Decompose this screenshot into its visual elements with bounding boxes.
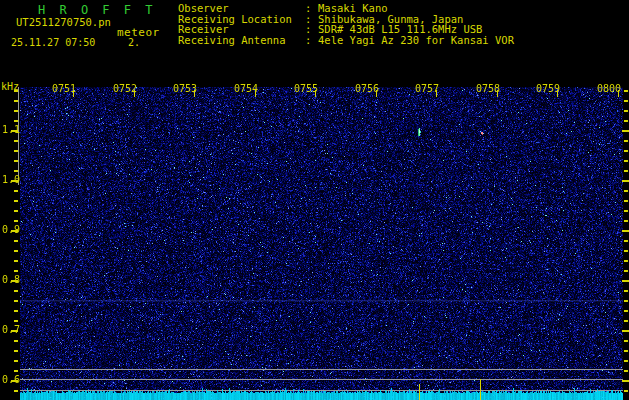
y-axis-minor-tick-left xyxy=(14,320,18,322)
y-axis-minor-tick-right xyxy=(624,260,628,262)
y-axis-minor-tick-left xyxy=(14,200,18,202)
info-label: Receiving Antenna xyxy=(178,35,305,46)
x-axis-tick-label: 0757 xyxy=(415,83,443,94)
y-axis-minor-tick-left xyxy=(14,140,18,142)
y-axis-minor-tick-left xyxy=(14,100,18,102)
y-axis-minor-tick-left xyxy=(14,150,18,152)
y-axis-minor-tick-left xyxy=(14,90,18,92)
y-axis-minor-tick-left xyxy=(14,370,18,372)
x-axis-tick-label: 0751 xyxy=(52,83,80,94)
y-axis-minor-tick-left xyxy=(14,120,18,122)
y-axis-minor-tick-right xyxy=(624,360,628,362)
status-counter: 2. xyxy=(128,37,140,48)
y-axis-minor-tick-left xyxy=(14,220,18,222)
x-axis-tick-label: 0759 xyxy=(536,83,564,94)
y-axis-minor-tick-right xyxy=(624,290,628,292)
date-time: 25.11.27 07:50 xyxy=(11,37,95,48)
y-axis-tick-label: 0.6 xyxy=(2,374,20,385)
y-axis-minor-tick-right xyxy=(624,320,628,322)
y-axis-minor-tick-right xyxy=(624,110,628,112)
y-axis-tick-label: 1.1 xyxy=(2,124,20,135)
y-axis-minor-tick-right xyxy=(624,120,628,122)
y-axis-minor-tick-right xyxy=(624,160,628,162)
y-axis-minor-tick-right xyxy=(624,240,628,242)
hrofft-screen: H R O F F T UT2511270750.pn meteor 25.11… xyxy=(0,0,629,400)
y-axis-minor-tick-left xyxy=(14,110,18,112)
y-axis-major-tick-right xyxy=(622,180,629,182)
y-axis-minor-tick-left xyxy=(14,360,18,362)
y-axis-major-tick-right xyxy=(622,280,629,282)
x-axis-tick-label: 0753 xyxy=(173,83,201,94)
y-axis-minor-tick-right xyxy=(624,170,628,172)
y-axis-minor-tick-right xyxy=(624,350,628,352)
x-axis-tick-label: 0800 xyxy=(597,83,625,94)
y-axis-tick-label: 0.9 xyxy=(2,224,20,235)
y-axis-minor-tick-left xyxy=(14,340,18,342)
y-axis-minor-tick-left xyxy=(14,390,18,392)
y-axis-minor-tick-right xyxy=(624,370,628,372)
x-axis-tick-label: 0752 xyxy=(113,83,141,94)
y-axis-minor-tick-right xyxy=(624,340,628,342)
y-axis-minor-tick-left xyxy=(14,210,18,212)
y-axis-line xyxy=(18,87,19,185)
y-axis-major-tick-right xyxy=(622,130,629,132)
y-axis-minor-tick-left xyxy=(14,350,18,352)
info-value: 4ele Yagi Az 230 for Kansai VOR xyxy=(318,34,514,46)
y-axis-major-tick-right xyxy=(622,330,629,332)
y-axis-minor-tick-right xyxy=(624,150,628,152)
y-axis-minor-tick-right xyxy=(624,100,628,102)
y-axis-minor-tick-left xyxy=(14,310,18,312)
y-axis-minor-tick-left xyxy=(14,260,18,262)
y-axis-minor-tick-right xyxy=(624,270,628,272)
x-axis-tick-label: 0755 xyxy=(294,83,322,94)
y-axis-minor-tick-right xyxy=(624,310,628,312)
y-axis-minor-tick-left xyxy=(14,160,18,162)
y-axis-minor-tick-right xyxy=(624,220,628,222)
y-axis-minor-tick-right xyxy=(624,190,628,192)
y-axis-minor-tick-left xyxy=(14,300,18,302)
y-axis-major-tick-right xyxy=(622,380,629,382)
station-info-row: Receiving Antenna:4ele Yagi Az 230 for K… xyxy=(178,35,514,46)
y-axis-minor-tick-left xyxy=(14,270,18,272)
spectrogram-canvas xyxy=(20,87,623,400)
y-axis-minor-tick-right xyxy=(624,200,628,202)
y-axis-minor-tick-right xyxy=(624,390,628,392)
x-axis-tick-label: 0756 xyxy=(355,83,383,94)
y-axis-tick-label: 1.0 xyxy=(2,174,20,185)
output-filename: UT2511270750.pn xyxy=(16,16,111,28)
x-axis-tick-label: 0758 xyxy=(476,83,504,94)
y-axis-tick-label: 0.8 xyxy=(2,274,20,285)
x-axis-tick-label: 0754 xyxy=(234,83,262,94)
y-axis-minor-tick-left xyxy=(14,190,18,192)
y-axis-minor-tick-left xyxy=(14,250,18,252)
y-axis-tick-label: 0.7 xyxy=(2,324,20,335)
y-axis-minor-tick-right xyxy=(624,140,628,142)
station-info-block: Observer:Masaki KanoReceiving Location:S… xyxy=(178,3,514,46)
y-axis-minor-tick-right xyxy=(624,300,628,302)
app-title: H R O F F T xyxy=(38,3,156,17)
y-axis-minor-tick-left xyxy=(14,240,18,242)
y-axis-minor-tick-left xyxy=(14,290,18,292)
y-axis-minor-tick-left xyxy=(14,170,18,172)
y-axis-major-tick-right xyxy=(622,230,629,232)
y-axis-minor-tick-right xyxy=(624,210,628,212)
y-axis-minor-tick-right xyxy=(624,250,628,252)
info-separator: : xyxy=(305,35,318,46)
